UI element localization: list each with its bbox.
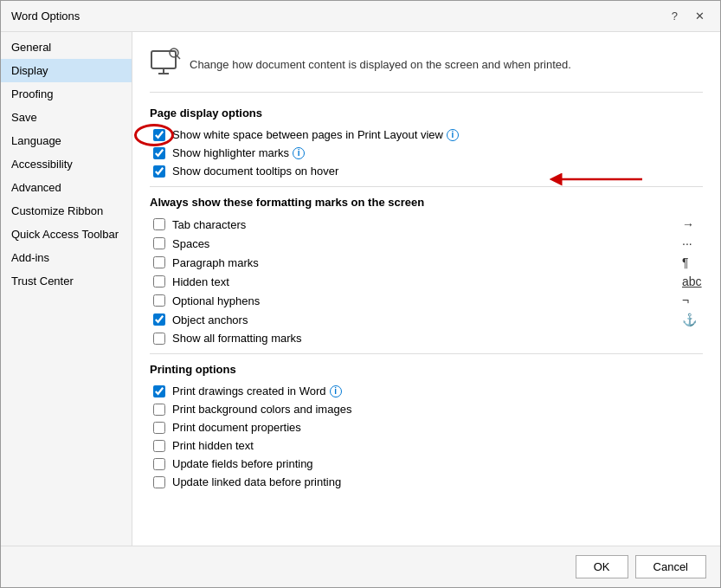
checkbox-tooltips[interactable] bbox=[153, 165, 165, 178]
option-row-update-linked: Update linked data before printing bbox=[150, 475, 703, 488]
label-print-hidden: Print hidden text bbox=[172, 439, 254, 452]
checkbox-print-drawings[interactable] bbox=[153, 385, 165, 397]
info-icon-print-drawings[interactable]: i bbox=[330, 385, 342, 397]
option-row-print-hidden: Print hidden text bbox=[150, 439, 703, 452]
sidebar-item-accessibility[interactable]: Accessibility bbox=[1, 152, 132, 176]
format-row-all: Show all formatting marks bbox=[153, 332, 703, 345]
label-tooltips: Show document tooltips on hover bbox=[172, 165, 338, 178]
sidebar-item-save[interactable]: Save bbox=[1, 106, 132, 129]
label-object-anchors: Object anchors bbox=[172, 313, 675, 326]
label-white-space: Show white space between pages in Print … bbox=[172, 128, 459, 141]
checkbox-update-fields[interactable] bbox=[153, 458, 165, 470]
symbol-hidden: abc bbox=[682, 275, 703, 288]
sidebar-item-language[interactable]: Language bbox=[1, 129, 132, 152]
word-options-dialog: Word Options ? ✕ General Display Proofin… bbox=[0, 0, 721, 588]
sidebar-item-proofing[interactable]: Proofing bbox=[1, 82, 132, 106]
label-optional-hyphens: Optional hyphens bbox=[172, 294, 675, 307]
label-print-bg: Print background colors and images bbox=[172, 403, 351, 416]
label-print-doc-props: Print document properties bbox=[172, 421, 301, 434]
checkbox-hidden-text[interactable] bbox=[153, 275, 165, 288]
label-paragraph: Paragraph marks bbox=[172, 256, 675, 269]
print-doc-props-text: Print document properties bbox=[172, 421, 301, 434]
formatting-table: Tab characters → Spaces ··· Paragraph ma… bbox=[153, 217, 703, 345]
printing-section: Printing options Print drawings created … bbox=[150, 363, 703, 488]
checkbox-print-doc-props[interactable] bbox=[153, 422, 165, 434]
sidebar-item-trust-center[interactable]: Trust Center bbox=[1, 269, 132, 293]
sidebar-item-display[interactable]: Display bbox=[1, 59, 132, 82]
format-row-spaces: Spaces ··· bbox=[153, 236, 703, 250]
format-row-paragraph: Paragraph marks ¶ bbox=[153, 255, 703, 269]
option-row-print-doc-props: Print document properties bbox=[150, 421, 703, 434]
label-highlighter: Show highlighter marks i bbox=[172, 146, 305, 159]
white-space-text: Show white space between pages in Print … bbox=[172, 128, 443, 141]
info-icon-highlighter[interactable]: i bbox=[293, 147, 305, 159]
label-update-linked: Update linked data before printing bbox=[172, 475, 341, 488]
sidebar-item-add-ins[interactable]: Add-ins bbox=[1, 246, 132, 269]
checkbox-tab-chars[interactable] bbox=[153, 218, 165, 230]
info-icon-white-space[interactable]: i bbox=[447, 129, 459, 141]
checkbox-print-bg[interactable] bbox=[153, 404, 165, 416]
cancel-button[interactable]: Cancel bbox=[635, 555, 706, 578]
page-display-title: Page display options bbox=[150, 107, 703, 120]
display-icon bbox=[150, 46, 181, 83]
label-update-fields: Update fields before printing bbox=[172, 457, 313, 470]
option-row-tooltips: Show document tooltips on hover bbox=[150, 165, 703, 178]
content-area: Change how document content is displayed… bbox=[132, 32, 720, 546]
label-tab-chars: Tab characters bbox=[172, 218, 675, 231]
highlighter-text: Show highlighter marks bbox=[172, 146, 289, 159]
sidebar-item-customize-ribbon[interactable]: Customize Ribbon bbox=[1, 199, 132, 223]
checkbox-object-anchors[interactable] bbox=[153, 313, 165, 326]
symbol-hyphens: ¬ bbox=[682, 294, 703, 307]
checkbox-white-space[interactable] bbox=[153, 129, 165, 141]
formatting-section: Always show these formatting marks on th… bbox=[150, 196, 703, 345]
checkbox-all-formatting[interactable] bbox=[153, 333, 165, 345]
help-button[interactable]: ? bbox=[666, 8, 683, 24]
dialog-footer: OK Cancel bbox=[1, 546, 720, 587]
sidebar: General Display Proofing Save Language A… bbox=[1, 32, 132, 546]
printing-title: Printing options bbox=[150, 363, 703, 376]
format-row-anchors: Object anchors ⚓ bbox=[153, 313, 703, 326]
page-display-section: Page display options Show white space be… bbox=[150, 107, 703, 178]
symbol-tab: → bbox=[682, 217, 703, 231]
close-button[interactable]: ✕ bbox=[690, 8, 710, 24]
sidebar-item-general[interactable]: General bbox=[1, 36, 132, 59]
title-bar-controls: ? ✕ bbox=[666, 8, 710, 24]
format-row-hyphens: Optional hyphens ¬ bbox=[153, 294, 703, 307]
option-row-highlighter: Show highlighter marks i bbox=[150, 146, 703, 159]
dialog-title: Word Options bbox=[11, 10, 80, 23]
label-all-formatting: Show all formatting marks bbox=[172, 332, 675, 345]
checkbox-highlighter[interactable] bbox=[153, 147, 165, 159]
section-intro: Change how document content is displayed… bbox=[150, 46, 703, 93]
checkbox-paragraph[interactable] bbox=[153, 256, 165, 268]
option-row-print-bg: Print background colors and images bbox=[150, 403, 703, 416]
svg-rect-0 bbox=[151, 51, 176, 68]
option-row-white-space: Show white space between pages in Print … bbox=[150, 128, 703, 141]
title-bar: Word Options ? ✕ bbox=[1, 1, 720, 32]
label-hidden-text: Hidden text bbox=[172, 275, 675, 288]
label-print-drawings: Print drawings created in Word i bbox=[172, 384, 342, 397]
format-row-tab: Tab characters → bbox=[153, 217, 703, 231]
print-bg-text: Print background colors and images bbox=[172, 403, 351, 416]
intro-text: Change how document content is displayed… bbox=[190, 58, 571, 71]
dialog-body: General Display Proofing Save Language A… bbox=[1, 32, 720, 546]
sidebar-item-quick-access-toolbar[interactable]: Quick Access Toolbar bbox=[1, 223, 132, 246]
tooltips-text: Show document tooltips on hover bbox=[172, 165, 338, 178]
checkbox-spaces[interactable] bbox=[153, 237, 165, 249]
sidebar-item-advanced[interactable]: Advanced bbox=[1, 176, 132, 199]
symbol-paragraph: ¶ bbox=[682, 255, 703, 269]
formatting-title: Always show these formatting marks on th… bbox=[150, 196, 703, 209]
option-row-print-drawings: Print drawings created in Word i bbox=[150, 384, 703, 397]
label-spaces: Spaces bbox=[172, 237, 675, 250]
format-row-hidden: Hidden text abc bbox=[153, 275, 703, 288]
update-linked-text: Update linked data before printing bbox=[172, 475, 341, 488]
print-hidden-text: Print hidden text bbox=[172, 439, 254, 452]
update-fields-text: Update fields before printing bbox=[172, 457, 313, 470]
checkbox-optional-hyphens[interactable] bbox=[153, 294, 165, 307]
ok-button[interactable]: OK bbox=[576, 555, 628, 578]
svg-line-4 bbox=[177, 56, 181, 60]
divider-2 bbox=[150, 353, 703, 354]
checkbox-update-linked[interactable] bbox=[153, 476, 165, 488]
divider-1 bbox=[150, 186, 703, 187]
print-drawings-text: Print drawings created in Word bbox=[172, 384, 326, 397]
checkbox-print-hidden[interactable] bbox=[153, 440, 165, 452]
